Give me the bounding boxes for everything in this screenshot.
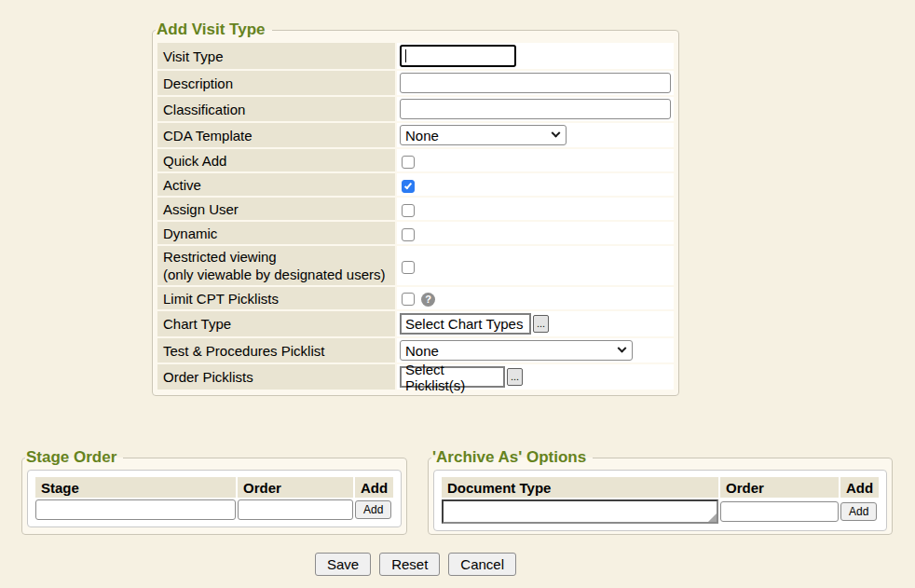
archive-as-header-row: Document Type Order Add: [442, 477, 879, 498]
add-visit-type-legend: Add Visit Type: [156, 21, 272, 39]
dynamic-value-cell: [397, 222, 674, 244]
dynamic-checkbox[interactable]: [402, 228, 415, 241]
classification-input[interactable]: [400, 99, 671, 119]
checkmark-icon: [404, 181, 412, 189]
row-cda-template: CDA Template None: [157, 123, 674, 147]
document-type-input-cell: [442, 499, 718, 524]
visit-type-form: Visit Type Description Classification CD…: [156, 41, 676, 391]
row-test-procedures-picklist: Test & Procedures Picklist None: [157, 338, 674, 362]
archive-as-options-section: 'Archive As' Options Document Type Order…: [428, 448, 893, 535]
chevron-down-icon: [552, 128, 561, 137]
stage-input[interactable]: [35, 499, 236, 520]
limit-cpt-picklists-checkbox[interactable]: [402, 293, 415, 306]
cancel-button[interactable]: Cancel: [448, 553, 516, 576]
assign-user-value-cell: [397, 198, 674, 220]
test-procedures-selected-option: None: [405, 343, 439, 359]
cda-template-value-cell: None: [397, 123, 674, 147]
visit-type-label: Visit Type: [157, 43, 395, 69]
description-input[interactable]: [400, 73, 671, 93]
description-label: Description: [157, 71, 395, 95]
chart-type-field[interactable]: Select Chart Types: [400, 313, 531, 335]
order-picklists-field[interactable]: Select Picklist(s): [400, 366, 505, 388]
active-label: Active: [157, 173, 395, 196]
cda-template-label: CDA Template: [157, 123, 395, 147]
row-classification: Classification: [157, 97, 674, 121]
classification-value-cell: [397, 97, 674, 121]
restricted-viewing-label-line1: Restricted viewing: [163, 248, 389, 266]
row-description: Description: [157, 71, 674, 95]
archive-order-input[interactable]: [720, 501, 839, 522]
archive-order-column-header: Order: [720, 477, 839, 498]
cda-template-select[interactable]: None: [400, 125, 567, 145]
cda-template-selected-option: None: [405, 128, 439, 144]
stage-add-cell: Add: [355, 499, 393, 520]
description-value-cell: [397, 71, 674, 95]
archive-add-column-header: Add: [840, 477, 879, 498]
archive-as-panel: Document Type Order Add Add: [433, 470, 887, 531]
reset-button[interactable]: Reset: [379, 553, 440, 576]
resize-grip-icon: [708, 513, 717, 522]
document-type-column-header: Document Type: [442, 477, 718, 498]
row-order-picklists: Order Picklists Select Picklist(s)...: [157, 364, 674, 390]
quick-add-label: Quick Add: [157, 149, 395, 171]
order-picklists-label: Order Picklists: [157, 364, 395, 390]
assign-user-checkbox[interactable]: [402, 204, 415, 217]
visit-type-value-cell: [397, 43, 674, 69]
stage-order-input[interactable]: [238, 499, 353, 520]
restricted-viewing-checkbox[interactable]: [402, 261, 415, 274]
test-procedures-picklist-select[interactable]: None: [400, 340, 633, 361]
stage-order-legend: Stage Order: [25, 448, 123, 467]
stage-order-table: Stage Order Add Add: [34, 475, 395, 522]
restricted-viewing-value-cell: [397, 246, 674, 285]
stage-order-panel: Stage Order Add Add: [27, 470, 402, 527]
active-value-cell: [397, 173, 674, 196]
stage-order-header-row: Stage Order Add: [35, 477, 393, 498]
archive-as-input-row: Add: [442, 499, 879, 524]
row-dynamic: Dynamic: [157, 222, 674, 244]
order-column-header: Order: [238, 477, 353, 498]
stage-column-header: Stage: [35, 477, 236, 498]
row-visit-type: Visit Type: [157, 43, 674, 69]
restricted-viewing-label: Restricted viewing (only viewable by des…: [157, 246, 395, 285]
test-procedures-picklist-label: Test & Procedures Picklist: [157, 338, 395, 362]
form-action-bar: Save Reset Cancel: [152, 553, 679, 576]
chevron-down-icon: [618, 343, 627, 352]
add-visit-type-section: Add Visit Type Visit Type Description Cl…: [152, 21, 679, 396]
archive-add-cell: Add: [840, 499, 879, 524]
stage-order-input-row: Add: [35, 499, 393, 520]
row-chart-type: Chart Type Select Chart Types...: [157, 311, 674, 336]
chart-type-browse-button[interactable]: ...: [533, 315, 549, 333]
order-picklists-value-cell: Select Picklist(s)...: [397, 364, 674, 390]
chart-type-value-cell: Select Chart Types...: [397, 311, 674, 336]
test-procedures-picklist-value-cell: None: [397, 338, 674, 362]
stage-input-cell: [35, 499, 236, 520]
limit-cpt-picklists-label: Limit CPT Picklists: [157, 287, 395, 309]
document-type-input[interactable]: [442, 499, 718, 524]
row-active: Active: [157, 173, 674, 196]
archive-order-input-cell: [720, 499, 839, 524]
row-restricted-viewing: Restricted viewing (only viewable by des…: [157, 246, 674, 285]
row-assign-user: Assign User: [157, 198, 674, 220]
row-quick-add: Quick Add: [157, 149, 674, 171]
stage-order-input-cell: [238, 499, 353, 520]
stage-add-button[interactable]: Add: [355, 500, 391, 519]
quick-add-checkbox[interactable]: [402, 156, 415, 169]
restricted-viewing-label-line2: (only viewable by designated users): [163, 266, 389, 283]
add-column-header: Add: [355, 477, 393, 498]
order-picklists-browse-button[interactable]: ...: [507, 368, 523, 386]
help-icon[interactable]: ?: [421, 293, 435, 307]
archive-as-table: Document Type Order Add Add: [440, 475, 881, 526]
quick-add-value-cell: [397, 149, 674, 171]
visit-type-input[interactable]: [400, 45, 516, 67]
row-limit-cpt-picklists: Limit CPT Picklists ?: [157, 287, 674, 309]
chart-type-label: Chart Type: [157, 311, 395, 336]
save-button[interactable]: Save: [315, 553, 371, 576]
archive-add-button[interactable]: Add: [840, 502, 877, 521]
limit-cpt-picklists-value-cell: ?: [397, 287, 674, 309]
active-checkbox[interactable]: [402, 180, 415, 193]
dynamic-label: Dynamic: [157, 222, 395, 244]
classification-label: Classification: [157, 97, 395, 121]
text-caret-icon: [405, 49, 406, 62]
stage-order-section: Stage Order Stage Order Add Add: [21, 448, 407, 535]
archive-as-options-legend: 'Archive As' Options: [431, 448, 593, 467]
